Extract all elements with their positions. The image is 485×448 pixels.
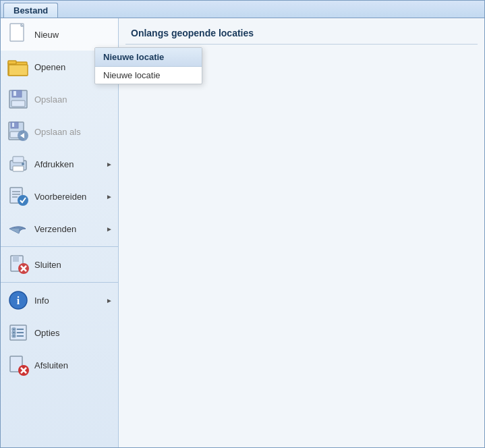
submenu-popup: Nieuwe locatie Nieuwe locatie [94, 47, 202, 84]
menu-bar: Bestand [1, 1, 484, 18]
voorbereiden-arrow: ► [106, 193, 113, 200]
exit-icon [6, 353, 30, 377]
print-icon [6, 152, 30, 176]
separator-1 [1, 246, 118, 247]
menu-item-verzenden-label: Verzenden [34, 224, 106, 234]
left-panel: Nieuw Nieuwe locatie Nieuwe locatie Open… [1, 18, 119, 447]
menu-item-voorbereiden[interactable]: Voorbereiden ► [1, 180, 118, 213]
menu-item-voorbereiden-label: Voorbereiden [34, 192, 106, 202]
new-icon [6, 22, 30, 47]
menu-item-sluiten[interactable]: Sluiten [1, 248, 118, 281]
send-icon [6, 217, 30, 241]
save-as-icon [6, 119, 30, 144]
svg-text:i: i [17, 295, 20, 306]
svg-rect-6 [9, 65, 28, 76]
svg-rect-27 [13, 256, 19, 262]
svg-rect-9 [13, 91, 16, 96]
svg-point-20 [22, 163, 24, 165]
svg-rect-18 [13, 157, 24, 163]
menu-item-nieuw[interactable]: Nieuw [1, 18, 118, 51]
info-icon: i [6, 288, 30, 312]
menu-item-opslaan-als-label: Opslaan als [34, 127, 113, 137]
svg-rect-19 [13, 166, 24, 171]
menu-item-afdrukken[interactable]: Afdrukken ► [1, 148, 118, 180]
menu-item-afsluiten-label: Afsluiten [34, 360, 113, 370]
menu-item-nieuw-label: Nieuw [34, 30, 113, 40]
menu-item-opties[interactable]: Opties [1, 316, 118, 349]
prepare-icon [6, 184, 30, 208]
menu-item-verzenden[interactable]: Verzenden ► [1, 213, 118, 245]
menu-item-info-label: Info [34, 296, 106, 306]
menu-item-afdrukken-label: Afdrukken [34, 159, 106, 169]
app-window: Bestand Nieuw Nieuwe lo [0, 0, 485, 448]
separator-2 [1, 282, 118, 283]
menu-item-afsluiten[interactable]: Afsluiten [1, 349, 118, 381]
options-icon [6, 320, 30, 345]
save-icon [6, 87, 30, 111]
menu-item-opties-label: Opties [34, 328, 113, 338]
bestand-tab[interactable]: Bestand [3, 3, 58, 18]
verzenden-arrow: ► [106, 225, 113, 233]
right-panel-title: Onlangs geopende locaties [125, 25, 478, 45]
menu-item-info[interactable]: i Info ► [1, 284, 118, 316]
svg-rect-12 [11, 122, 18, 128]
svg-rect-5 [8, 61, 16, 64]
close-file-icon [6, 252, 30, 277]
afdrukken-arrow: ► [106, 161, 113, 168]
open-icon [6, 55, 30, 79]
menu-item-opslaan-label: Opslaan [34, 94, 113, 105]
menu-item-opslaan[interactable]: Opslaan [1, 83, 118, 115]
info-arrow: ► [106, 297, 113, 304]
submenu-header: Nieuwe locatie [95, 48, 202, 67]
svg-rect-10 [11, 101, 25, 107]
menu-item-opslaan-als[interactable]: Opslaan als [1, 115, 118, 148]
svg-rect-13 [12, 123, 14, 127]
submenu-item-nieuwe-locatie[interactable]: Nieuwe locatie [95, 67, 202, 84]
main-area: Nieuw Nieuwe locatie Nieuwe locatie Open… [1, 18, 484, 447]
menu-item-sluiten-label: Sluiten [34, 260, 113, 270]
